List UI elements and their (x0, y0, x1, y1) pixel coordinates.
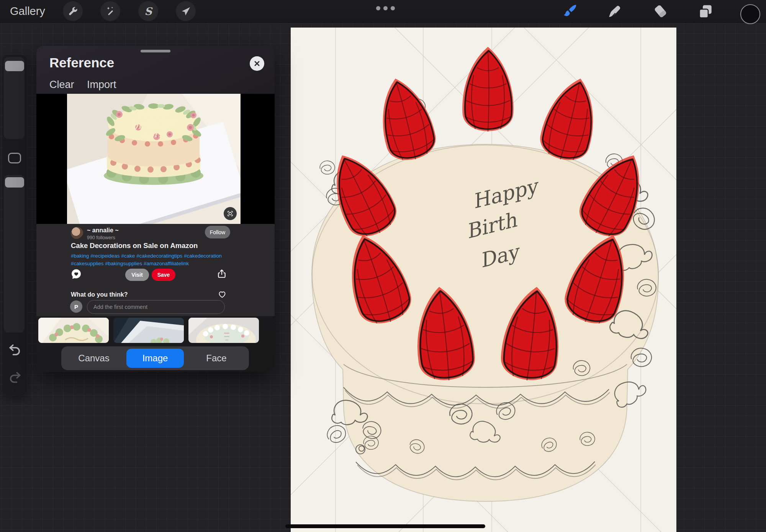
wrench-icon (68, 6, 78, 16)
share-icon (217, 269, 227, 279)
top-toolbar: Gallery S (0, 0, 766, 23)
cake-sketch: Happy Birth Day (291, 28, 676, 532)
comment-bubble-icon (70, 268, 82, 280)
author-name[interactable]: ~ annalie ~ (87, 227, 119, 234)
save-button[interactable]: Save (152, 269, 175, 281)
selection-button[interactable]: S (138, 1, 158, 21)
redo-icon (8, 370, 22, 384)
layers-icon (697, 3, 714, 20)
undo-button[interactable] (8, 343, 22, 356)
brush-opacity-handle[interactable] (5, 177, 24, 188)
pin-hashtags[interactable]: #baking #recipeideas #cake #cakedecorati… (71, 252, 233, 268)
author-followers: 990 followers (87, 235, 115, 240)
related-pin-thumbnail[interactable] (113, 318, 184, 343)
react-button[interactable] (217, 290, 227, 300)
pin-title[interactable]: Cake Decorations on Sale on Amazon (71, 242, 198, 250)
thumbnail-boxed-cake (113, 318, 184, 343)
brush-tool-button[interactable] (560, 2, 579, 21)
tab-face[interactable]: Face (188, 346, 245, 370)
thumbnail-wreath-cake (38, 318, 109, 343)
import-button[interactable]: Import (87, 79, 116, 91)
home-indicator[interactable] (285, 524, 485, 528)
actions-button[interactable] (63, 1, 83, 21)
paintbrush-icon (561, 3, 578, 20)
transform-arrow-icon (181, 6, 191, 16)
tab-canvas[interactable]: Canvas (65, 346, 123, 370)
undo-icon (8, 343, 22, 356)
related-pin-thumbnail[interactable]: ************* (188, 318, 259, 343)
comments-button[interactable] (70, 268, 82, 281)
panel-title: Reference (49, 55, 114, 70)
color-picker-button[interactable] (740, 4, 760, 24)
cake-photo: happy birthday april (67, 94, 241, 224)
more-options-button[interactable] (376, 6, 395, 10)
comment-input[interactable] (87, 300, 225, 314)
smudge-finger-icon (606, 3, 622, 20)
svg-text:***: *** (225, 339, 228, 342)
lens-icon (227, 210, 234, 217)
reference-panel: Reference Clear Import (36, 46, 275, 372)
sidebar-tool-panel (2, 54, 27, 396)
panel-drag-handle[interactable] (141, 50, 170, 52)
close-button[interactable] (250, 56, 264, 71)
commenter-avatar: P (70, 300, 82, 313)
magic-wand-icon (105, 6, 116, 16)
reference-photo[interactable]: happy birthday april (67, 94, 241, 224)
photo-script-line-3: april (142, 128, 166, 140)
visual-search-button[interactable] (224, 207, 237, 220)
selection-s-icon: S (144, 5, 152, 17)
thumbnail-sprinkle-cake: ************* (188, 318, 259, 343)
brush-size-handle[interactable] (5, 61, 24, 71)
visit-button[interactable]: Visit (125, 269, 149, 281)
svg-text:*****: ***** (224, 332, 229, 335)
pin-webview: happy birthday april ~ annalie ~ (36, 94, 275, 316)
adjustments-button[interactable] (100, 1, 120, 21)
follow-button[interactable]: Follow (205, 226, 230, 238)
author-avatar[interactable] (71, 227, 83, 239)
modify-button[interactable] (8, 153, 21, 163)
redo-button[interactable] (8, 370, 22, 384)
drawing-canvas[interactable]: Happy Birth Day (291, 28, 676, 532)
gallery-button[interactable]: Gallery (10, 0, 45, 23)
layers-button[interactable] (696, 2, 715, 21)
pin-details: ~ annalie ~ 990 followers Follow Cake De… (36, 224, 275, 316)
share-button[interactable] (216, 269, 227, 279)
clear-button[interactable]: Clear (49, 79, 74, 91)
transform-button[interactable] (176, 1, 196, 21)
related-pin-thumbnail[interactable] (38, 318, 109, 343)
tab-image[interactable]: Image (126, 349, 184, 368)
brush-opacity-slider[interactable] (4, 175, 25, 333)
heart-icon (218, 290, 227, 299)
smudge-tool-button[interactable] (605, 2, 624, 21)
procreate-app: Happy Birth Day Gallery S (0, 0, 766, 532)
close-x-icon (254, 60, 260, 67)
eraser-icon (653, 3, 669, 20)
comment-prompt: What do you think? (71, 291, 128, 298)
reference-mode-tabs: Canvas Image Face (61, 346, 249, 370)
eraser-tool-button[interactable] (651, 2, 670, 21)
svg-text:*****: ***** (224, 336, 229, 338)
